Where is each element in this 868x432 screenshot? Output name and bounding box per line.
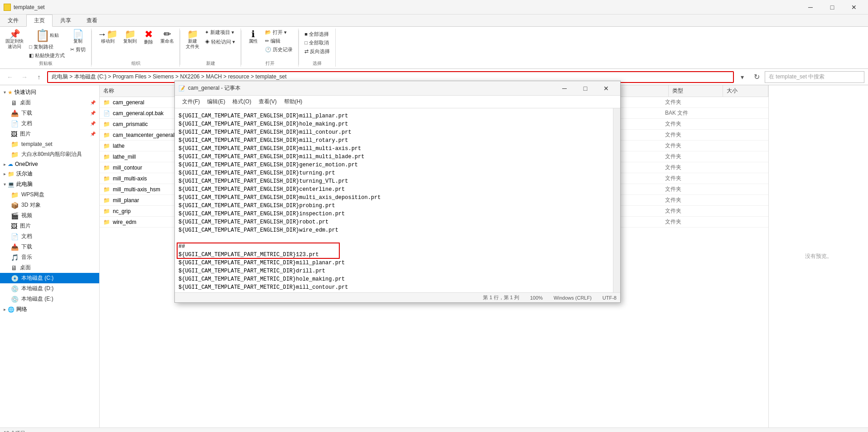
open-button[interactable]: 📂 打开 ▾ — [263, 29, 294, 36]
delete-button[interactable]: ✖ 删除 — [140, 29, 157, 46]
copy-path-button[interactable]: □ 复制路径 — [27, 43, 67, 51]
sidebar-item-wpsdisk[interactable]: 📁 WPS网盘 — [0, 189, 99, 200]
notepad-close-button[interactable]: ✕ — [596, 81, 617, 96]
new-item-button[interactable]: ✦ 新建项目 ▾ — [203, 29, 237, 36]
copy-button[interactable]: 📄 复制 — [68, 29, 87, 45]
history-button[interactable]: 🕐 历史记录 — [263, 46, 294, 53]
notepad-menu-view[interactable]: 查看(V) — [255, 97, 280, 107]
notepad-menu-file[interactable]: 文件(F) — [178, 97, 203, 107]
delete-icon: ✖ — [145, 29, 153, 39]
notepad-scrollbar[interactable] — [613, 108, 620, 292]
tab-share[interactable]: 共享 — [53, 15, 79, 26]
file-name-text: cam_prismatic — [113, 121, 148, 127]
notepad-menu-edit[interactable]: 编辑(E) — [203, 97, 229, 107]
notepad-title: 📝 cam_general - 记事本 — [178, 84, 241, 92]
sidebar-section-thispc[interactable]: ▾ 💻 此电脑 — [0, 179, 99, 189]
folder-icon: 🖼 — [11, 223, 17, 230]
sidebar-item-localE[interactable]: 💿 本地磁盘 (E:) — [0, 294, 99, 304]
sidebar-section-onedrive[interactable]: ▸ ☁ OneDrive — [0, 160, 99, 169]
sidebar-item-pictures[interactable]: 🖼 图片 📌 — [0, 129, 99, 139]
sidebar-section-network[interactable]: ▸ 🌐 网络 — [0, 304, 99, 315]
rename-button[interactable]: ✏ 重命名 — [159, 29, 176, 45]
properties-button[interactable]: ℹ 属性 — [245, 29, 261, 45]
folder-icon: 📁 — [11, 191, 19, 199]
sidebar-item-desktop2[interactable]: 🖥 桌面 — [0, 262, 99, 273]
sidebar-item-downloads2[interactable]: 📥 下载 — [0, 242, 99, 252]
sidebar-item-bottle[interactable]: 📁 大白水80ml内瓶印刷治具 — [0, 149, 99, 160]
paste-shortcut-button[interactable]: ◧ 粘贴快捷方式 — [27, 52, 67, 59]
folder-icon: 📄 — [11, 233, 19, 240]
search-box[interactable]: 在 template_set 中搜索 — [765, 71, 864, 83]
easy-access-button[interactable]: ◈ 轻松访问 ▾ — [203, 38, 237, 46]
sidebar-item-documents[interactable]: 📄 文档 📌 — [0, 118, 99, 129]
notepad-menu-help[interactable]: 帮助(H) — [280, 97, 306, 107]
move-icon: →📁 — [97, 29, 118, 39]
search-placeholder: 在 template_set 中搜索 — [769, 73, 825, 81]
folder-icon: 📄 — [11, 120, 19, 127]
ribbon-content: 📌 固定到快速访问 📋 粘贴 □ 复制路径 ◧ 粘贴快捷方式 — [0, 27, 868, 68]
tab-file[interactable]: 文件 — [0, 15, 26, 26]
invert-selection-label: ⇄ 反向选择 — [304, 48, 330, 55]
pin-icon: 📌 — [90, 100, 96, 105]
copy-path-label: □ 复制路径 — [29, 44, 53, 50]
close-button[interactable]: ✕ — [844, 0, 864, 15]
rename-icon: ✏ — [164, 29, 171, 39]
copyto-icon: 📁 — [125, 29, 136, 39]
paste-button[interactable]: 📋 粘贴 — [27, 29, 67, 42]
notepad-menu-format[interactable]: 格式(O) — [229, 97, 255, 107]
col-type[interactable]: 类型 — [669, 85, 723, 97]
pin-icon: 📌 — [90, 111, 96, 116]
sidebar-item-label: WPS网盘 — [21, 191, 44, 199]
sidebar-item-desktop[interactable]: 🖥 桌面 📌 — [0, 97, 99, 108]
minimize-button[interactable]: ─ — [800, 0, 821, 15]
file-type: 文件夹 — [665, 185, 719, 193]
invert-selection-button[interactable]: ⇄ 反向选择 — [303, 48, 332, 55]
copy-to-button[interactable]: 📁 复制到 — [121, 29, 139, 45]
tab-view[interactable]: 查看 — [79, 15, 105, 26]
sidebar-item-label: 下载 — [21, 243, 32, 251]
sidebar-item-videos[interactable]: 🎬 视频 — [0, 210, 99, 221]
folder-icon: 📁 — [103, 165, 110, 171]
deselect-all-button[interactable]: □ 全部取消 — [303, 39, 332, 47]
thispc-arrow: ▾ — [4, 182, 6, 187]
sidebar-item-documents2[interactable]: 📄 文档 — [0, 231, 99, 242]
file-type: 文件夹 — [665, 218, 719, 226]
sidebar-item-localC[interactable]: 💿 本地磁盘 (C:) — [0, 273, 99, 283]
cut-label: ✂ 剪切 — [70, 46, 86, 53]
edit-button[interactable]: ✏ 编辑 — [263, 37, 294, 45]
sidebar-item-templateset[interactable]: 📁 template_set — [0, 139, 99, 149]
folder-icon: 📥 — [11, 110, 19, 117]
new-folder-button[interactable]: 📁 新建文件夹 — [184, 29, 201, 50]
sidebar-item-pictures2[interactable]: 🖼 图片 — [0, 221, 99, 231]
cut-button[interactable]: ✂ 剪切 — [68, 46, 87, 53]
sidebar-item-localD[interactable]: 💿 本地磁盘 (D:) — [0, 283, 99, 294]
window-title: template_set — [14, 4, 45, 10]
paste-shortcut-label: ◧ 粘贴快捷方式 — [29, 52, 65, 59]
maximize-button[interactable]: □ — [822, 0, 843, 15]
back-button[interactable]: ← — [4, 71, 16, 83]
network-icon: 🌐 — [8, 306, 14, 313]
select-all-button[interactable]: ■ 全部选择 — [303, 30, 332, 38]
notepad-maximize-button[interactable]: □ — [575, 81, 596, 96]
ribbon-group-clipboard: 📌 固定到快速访问 📋 粘贴 □ 复制路径 ◧ 粘贴快捷方式 — [0, 29, 92, 67]
sidebar-section-quickaccess[interactable]: ▾ ★ 快速访问 — [0, 87, 99, 97]
notepad-position: 第 1 行，第 1 列 — [483, 294, 519, 301]
sidebar-item-woerdi[interactable]: ▸ 📁 沃尔迪 — [0, 169, 99, 179]
sidebar-item-downloads[interactable]: 📥 下载 📌 — [0, 108, 99, 118]
tab-home[interactable]: 主页 — [26, 15, 53, 27]
refresh-button[interactable]: ↻ — [750, 71, 763, 83]
notepad-text-area[interactable]: ${UGII_CAM_TEMPLATE_PART_ENGLISH_DIR}mil… — [175, 108, 613, 292]
quickaccess-icon: ★ — [8, 89, 13, 96]
col-size[interactable]: 大小 — [723, 85, 768, 97]
up-button[interactable]: ↑ — [33, 71, 45, 83]
dropdown-button[interactable]: ▾ — [736, 71, 748, 83]
move-to-button[interactable]: →📁 移动到 — [96, 29, 120, 45]
pin-to-quickaccess-button[interactable]: 📌 固定到快速访问 — [4, 29, 25, 50]
notepad-minimize-button[interactable]: ─ — [554, 81, 575, 96]
sidebar-item-music[interactable]: 🎵 音乐 — [0, 252, 99, 262]
deselect-all-label: □ 全部取消 — [304, 39, 329, 46]
forward-button[interactable]: → — [18, 71, 31, 83]
sidebar-item-3dobjects[interactable]: 📦 3D 对象 — [0, 200, 99, 210]
folder-icon: 📥 — [11, 243, 19, 251]
ribbon: 文件 主页 共享 查看 📌 固定到快速访问 📋 粘贴 □ 复制路径 — [0, 15, 868, 69]
